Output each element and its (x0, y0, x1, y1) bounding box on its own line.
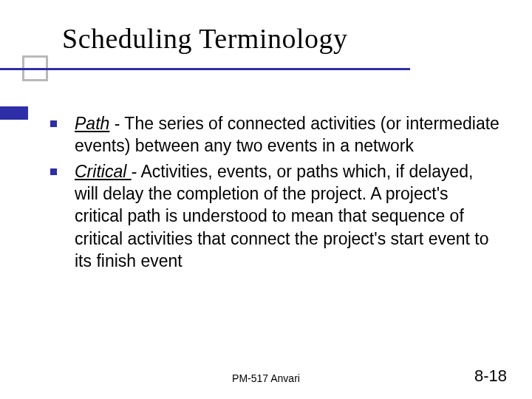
list-item-body: Critical - Activities, events, or paths … (75, 160, 501, 273)
slide-title: Scheduling Terminology (62, 22, 348, 55)
square-bullet-icon (50, 168, 57, 175)
accent-rule-short (0, 106, 28, 120)
accent-rule-long (0, 68, 410, 70)
slide-number: 8-18 (474, 366, 507, 386)
term-separator: - (109, 114, 124, 133)
list-item-body: Path - The series of connected activitie… (75, 112, 501, 157)
bullet-list: Path - The series of connected activitie… (50, 112, 501, 276)
footer-center: PM-517 Anvari (0, 372, 532, 384)
square-bullet-icon (50, 120, 57, 127)
term: Path (75, 114, 109, 133)
title-block: Scheduling Terminology (62, 22, 348, 55)
definition: The series of connected activities (or i… (75, 114, 499, 155)
term-separator: - (132, 162, 141, 181)
term: Critical (75, 162, 132, 181)
list-item: Path - The series of connected activitie… (50, 112, 501, 157)
list-item: Critical - Activities, events, or paths … (50, 160, 501, 273)
